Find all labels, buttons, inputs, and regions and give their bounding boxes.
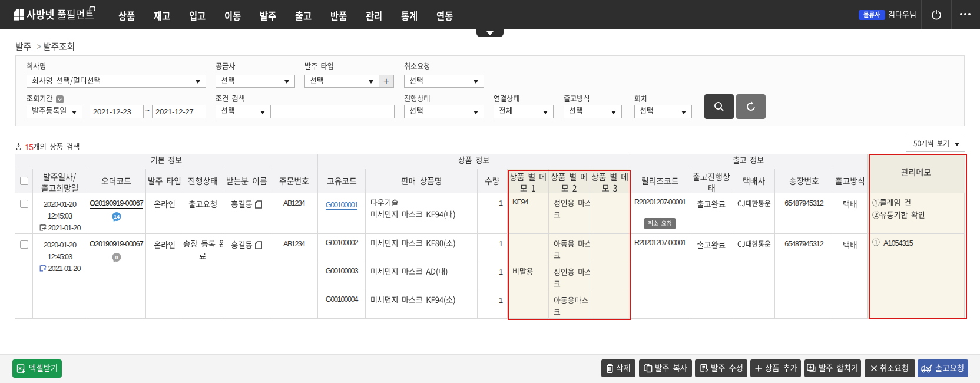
svg-text:14: 14 [113, 214, 119, 220]
svg-text:0: 0 [115, 255, 118, 260]
